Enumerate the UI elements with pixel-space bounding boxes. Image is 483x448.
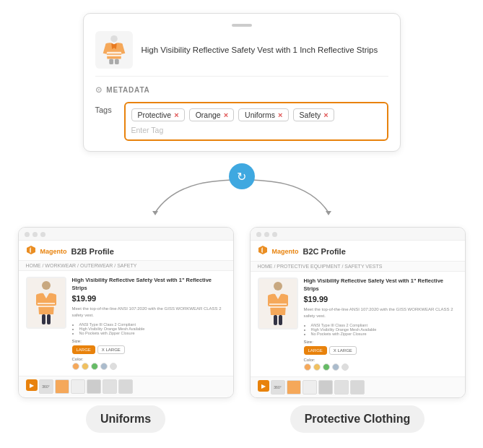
dot-yellow-2 bbox=[264, 232, 269, 237]
b2b-swatch-3[interactable] bbox=[91, 363, 98, 370]
b2c-breadcrumb: HOME / PROTECTIVE EQUIPMENT / SAFETY VES… bbox=[251, 262, 465, 272]
b2c-profile-name: B2C Profile bbox=[303, 247, 346, 256]
svg-rect-24 bbox=[279, 315, 282, 325]
b2b-size-large[interactable]: LARGE bbox=[72, 345, 95, 354]
b2b-swatch-1[interactable] bbox=[72, 363, 79, 370]
b2b-profile-card: Magento B2B Profile HOME / WORKWEAR / OU… bbox=[18, 227, 234, 398]
svg-marker-6 bbox=[326, 211, 331, 215]
b2c-product-bullets: ANSI Type III Class 2 Compliant High Vis… bbox=[304, 323, 458, 336]
b2c-size-xlarge[interactable]: X LARGE bbox=[329, 346, 357, 355]
svg-rect-2 bbox=[106, 55, 121, 56]
metadata-section: ⊙ METADATA Tags Protective × Orange × Un… bbox=[95, 85, 388, 141]
b2b-thumb-3[interactable] bbox=[87, 379, 101, 394]
product-title: High Visibility Reflective Safety Vest w… bbox=[142, 44, 378, 56]
b2b-thumb-2[interactable] bbox=[71, 379, 85, 394]
sync-icon: ↻ bbox=[237, 170, 246, 184]
b2c-size-label: Size: bbox=[304, 340, 458, 344]
b2c-swatch-2[interactable] bbox=[313, 363, 321, 371]
b2c-play-btn[interactable]: ▶ bbox=[258, 380, 269, 392]
tag-safety-remove[interactable]: × bbox=[323, 111, 328, 119]
vest-svg bbox=[100, 34, 129, 66]
b2b-product-desc: Meet the top-of-the-line ANSI 107:2020 w… bbox=[72, 306, 226, 319]
product-image bbox=[95, 31, 133, 69]
b2b-thumb-5[interactable] bbox=[118, 379, 133, 394]
b2b-label-wrap: Uniforms bbox=[18, 398, 234, 433]
product-metadata-card: High Visibility Reflective Safety Vest w… bbox=[83, 13, 401, 152]
b2b-thumb-360[interactable]: 360° bbox=[39, 379, 53, 394]
svg-point-0 bbox=[110, 35, 118, 43]
b2c-profile-content: High Visibility Reflective Safety Vest w… bbox=[251, 272, 465, 376]
sync-button[interactable]: ↻ bbox=[229, 163, 255, 189]
tag-input[interactable] bbox=[131, 126, 189, 134]
b2b-swatch-4[interactable] bbox=[100, 363, 108, 370]
svg-rect-15 bbox=[38, 303, 55, 304]
b2c-product-image bbox=[258, 277, 298, 329]
tag-uniforms-label: Uniforms bbox=[245, 111, 275, 119]
b2b-play-btn[interactable]: ▶ bbox=[26, 379, 38, 391]
card-drag-handle[interactable] bbox=[232, 24, 252, 27]
b2b-profile-label: Uniforms bbox=[86, 405, 165, 433]
b2c-profile-container: Magento B2C Profile HOME / PROTECTIVE EQ… bbox=[250, 227, 466, 433]
dot-red-2 bbox=[256, 232, 261, 237]
b2b-swatch-5[interactable] bbox=[110, 363, 117, 370]
b2b-profile-header: Magento B2B Profile bbox=[19, 241, 233, 261]
magento-icon-2 bbox=[258, 245, 268, 255]
svg-rect-26 bbox=[269, 306, 287, 308]
tag-protective-remove[interactable]: × bbox=[174, 111, 178, 119]
b2b-magento-logo bbox=[26, 245, 36, 257]
b2c-swatch-1[interactable] bbox=[304, 363, 311, 371]
b2c-thumb-360[interactable]: 360° bbox=[271, 380, 285, 395]
b2c-swatch-3[interactable] bbox=[323, 363, 330, 371]
b2b-size-buttons: LARGE X LARGE bbox=[72, 345, 226, 354]
profiles-row: Magento B2B Profile HOME / WORKWEAR / OU… bbox=[18, 227, 466, 433]
b2b-bullet-3: No Pockets with Zipper Closure bbox=[79, 331, 226, 335]
b2c-size-buttons: LARGE X LARGE bbox=[304, 346, 458, 355]
b2c-thumb-2[interactable] bbox=[303, 380, 317, 395]
b2c-profile-header: Magento B2C Profile bbox=[251, 241, 465, 262]
svg-rect-3 bbox=[109, 59, 113, 64]
b2c-thumb-4[interactable] bbox=[334, 380, 349, 395]
svg-rect-14 bbox=[47, 314, 51, 324]
svg-rect-1 bbox=[106, 52, 121, 53]
tag-safety-label: Safety bbox=[300, 111, 321, 119]
tag-orange-label: Orange bbox=[196, 111, 221, 119]
b2c-magento-text: Magento bbox=[272, 248, 299, 255]
tag-protective: Protective × bbox=[131, 108, 185, 121]
tag-protective-label: Protective bbox=[138, 111, 172, 119]
b2c-thumb-1[interactable] bbox=[287, 380, 301, 395]
b2c-swatch-4[interactable] bbox=[332, 363, 339, 371]
tags-container[interactable]: Protective × Orange × Uniforms × Safety … bbox=[124, 102, 388, 141]
b2b-thumb-1[interactable] bbox=[55, 379, 69, 394]
b2c-thumb-5[interactable] bbox=[350, 380, 365, 395]
b2b-size-xlarge[interactable]: X LARGE bbox=[97, 345, 125, 354]
svg-marker-5 bbox=[152, 211, 158, 215]
tag-safety: Safety × bbox=[293, 108, 334, 121]
b2b-swatch-2[interactable] bbox=[82, 363, 89, 370]
b2c-thumb-3[interactable] bbox=[318, 380, 333, 395]
b2b-magento-text: Magento bbox=[40, 248, 67, 255]
b2b-thumbnail-strip: ▶ 360° bbox=[19, 376, 233, 397]
svg-rect-13 bbox=[42, 314, 45, 324]
b2b-product-price: $19.99 bbox=[72, 294, 226, 303]
b2b-product-details: High Visibility Reflective Safety Vest w… bbox=[72, 277, 226, 370]
b2b-profile-container: Magento B2B Profile HOME / WORKWEAR / OU… bbox=[18, 227, 234, 433]
b2c-thumbnail-strip: ▶ 360° bbox=[251, 376, 465, 397]
b2b-product-title: High Visibility Reflective Safety Vest w… bbox=[72, 277, 226, 292]
dot-green bbox=[40, 232, 45, 237]
b2c-size-large[interactable]: LARGE bbox=[304, 346, 327, 355]
tag-orange-remove[interactable]: × bbox=[224, 111, 228, 119]
b2b-color-swatches bbox=[72, 363, 226, 370]
b2c-swatch-5[interactable] bbox=[341, 363, 349, 371]
tag-orange: Orange × bbox=[189, 108, 234, 121]
tags-label: Tags bbox=[95, 102, 118, 114]
b2c-color-label: Color: bbox=[304, 358, 458, 362]
tag-uniforms-remove[interactable]: × bbox=[278, 111, 282, 119]
b2c-bullet-3: No Pockets with Zipper Closure bbox=[311, 332, 458, 336]
b2c-magento-icon bbox=[258, 245, 268, 258]
b2b-size-label: Size: bbox=[72, 339, 226, 343]
b2b-thumb-4[interactable] bbox=[103, 379, 117, 394]
svg-point-20 bbox=[274, 282, 282, 290]
sync-area: ↻ bbox=[83, 163, 401, 189]
svg-rect-4 bbox=[114, 59, 118, 64]
tag-uniforms: Uniforms × bbox=[238, 108, 288, 121]
